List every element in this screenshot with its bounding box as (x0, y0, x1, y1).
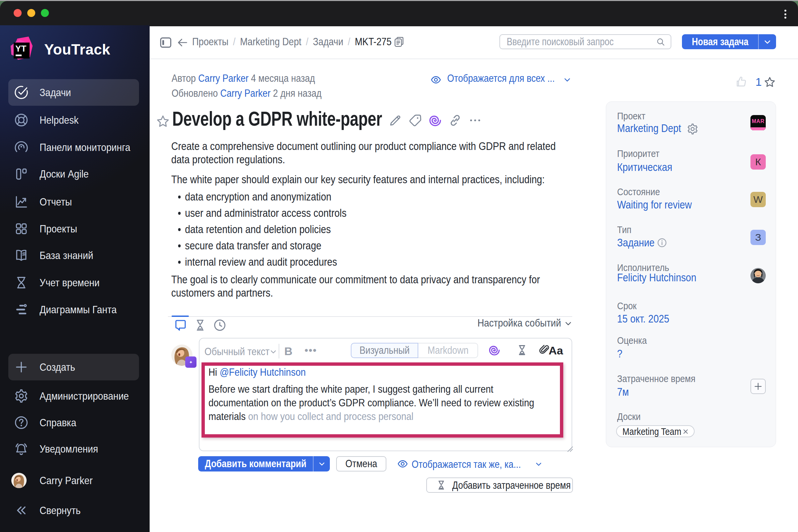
svg-text:YT: YT (15, 43, 26, 54)
